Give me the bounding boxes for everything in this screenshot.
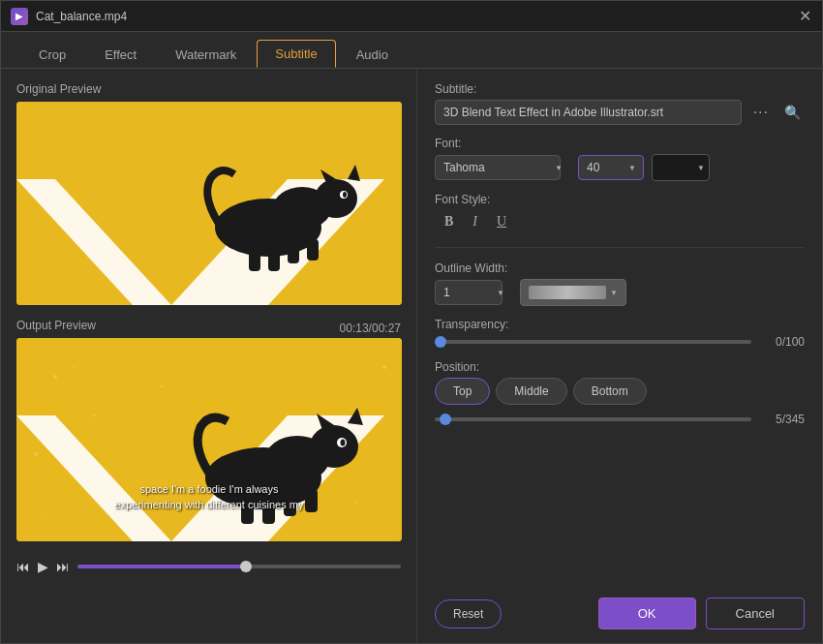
playback-bar: ⏮ ▶ ⏭: [16, 555, 401, 578]
app-icon: ▶: [11, 8, 28, 25]
original-label: Original Preview: [16, 82, 401, 96]
reset-button[interactable]: Reset: [435, 599, 502, 629]
more-options-button[interactable]: ···: [747, 102, 775, 123]
position-bottom-button[interactable]: Bottom: [573, 378, 647, 405]
position-middle-button[interactable]: Middle: [496, 378, 566, 405]
subtitle-overlay: space I'm a foodie I'm always experiment…: [16, 482, 402, 512]
left-panel: Original Preview: [1, 69, 417, 643]
tab-watermark[interactable]: Watermark: [157, 41, 255, 68]
position-slider-row: 5/345: [435, 413, 805, 426]
output-preview-box: space I'm a foodie I'm always experiment…: [16, 338, 402, 541]
close-button[interactable]: ✕: [797, 9, 812, 24]
position-section: Position: Top Middle Bottom 5/345: [435, 360, 805, 426]
svg-rect-12: [288, 242, 299, 263]
output-label: Output Preview: [16, 319, 96, 332]
original-preview-box: [16, 102, 402, 305]
outline-label: Outline Width:: [435, 261, 805, 275]
cancel-button[interactable]: Cancel: [706, 598, 805, 629]
transparency-value: 0/100: [761, 335, 805, 349]
transparency-slider[interactable]: [435, 340, 751, 344]
main-content: Original Preview: [1, 69, 822, 643]
size-select-wrapper: 40: [578, 155, 644, 180]
outline-select-wrapper: 1: [435, 280, 512, 305]
subtitle-file-row: ··· 🔍: [435, 100, 805, 125]
output-preview-section: Output Preview 00:13/00:27: [16, 319, 401, 541]
font-style-section: Font Style: B I U: [435, 193, 805, 233]
progress-thumb: [240, 561, 252, 572]
position-label: Position:: [435, 360, 805, 374]
italic-button[interactable]: I: [463, 210, 487, 233]
font-select-wrapper: Tahoma: [435, 155, 570, 180]
svg-rect-11: [268, 247, 280, 271]
play-button[interactable]: ▶: [38, 559, 48, 574]
outline-section: Outline Width: 1 ▼: [435, 261, 805, 306]
position-value: 5/345: [761, 413, 805, 426]
svg-point-16: [93, 414, 96, 417]
svg-point-22: [382, 365, 386, 369]
outline-color-picker[interactable]: ▼: [520, 279, 626, 306]
tab-effect[interactable]: Effect: [86, 41, 155, 68]
font-color-picker[interactable]: ▼: [652, 154, 710, 181]
bold-button[interactable]: B: [435, 210, 463, 233]
svg-point-29: [310, 425, 358, 468]
ok-button[interactable]: OK: [598, 598, 696, 629]
transparency-slider-row: 0/100: [435, 335, 805, 349]
svg-point-19: [74, 366, 76, 368]
right-panel: Subtitle: ··· 🔍 Font: Tahoma: [417, 69, 822, 643]
main-window: ▶ Cat_balance.mp4 ✕ Crop Effect Watermar…: [0, 0, 823, 644]
font-label: Font:: [435, 137, 805, 150]
transparency-label: Transparency:: [435, 318, 805, 331]
svg-point-17: [34, 452, 38, 456]
progress-track[interactable]: [77, 565, 401, 568]
svg-rect-10: [249, 247, 260, 271]
subtitle-section: Subtitle: ··· 🔍: [435, 82, 805, 125]
position-top-button[interactable]: Top: [435, 378, 490, 405]
size-select[interactable]: 40: [578, 155, 644, 180]
font-select[interactable]: Tahoma: [435, 155, 561, 180]
font-section: Font: Tahoma 40 ▼: [435, 137, 805, 181]
step-forward-button[interactable]: ⏭: [56, 559, 70, 574]
underline-button[interactable]: U: [487, 210, 516, 233]
title-bar: ▶ Cat_balance.mp4 ✕: [1, 1, 822, 32]
transparency-section: Transparency: 0/100: [435, 318, 805, 349]
subtitle-label: Subtitle:: [435, 82, 805, 96]
svg-point-15: [53, 375, 57, 379]
svg-point-5: [315, 179, 357, 218]
original-preview-section: Original Preview: [16, 82, 401, 305]
skip-back-button[interactable]: ⏮: [16, 559, 30, 574]
tab-subtitle[interactable]: Subtitle: [257, 40, 335, 68]
output-header: Output Preview 00:13/00:27: [16, 319, 401, 338]
font-row: Tahoma 40 ▼: [435, 154, 805, 181]
position-slider[interactable]: [435, 417, 751, 421]
outline-select[interactable]: 1: [435, 280, 503, 305]
tab-audio[interactable]: Audio: [338, 41, 407, 68]
bottom-row: Reset OK Cancel: [435, 590, 805, 629]
font-style-row: B I U: [435, 210, 805, 233]
svg-point-20: [161, 385, 164, 388]
divider: [435, 247, 805, 248]
svg-point-9: [343, 192, 347, 198]
position-buttons: Top Middle Bottom: [435, 378, 805, 405]
font-style-label: Font Style:: [435, 193, 805, 206]
tab-bar: Crop Effect Watermark Subtitle Audio: [1, 32, 822, 69]
action-buttons: OK Cancel: [598, 598, 805, 629]
window-title: Cat_balance.mp4: [36, 10, 127, 23]
timestamp: 00:13/00:27: [340, 322, 401, 335]
outline-row: 1 ▼: [435, 279, 805, 306]
subtitle-file-input[interactable]: [435, 100, 742, 125]
svg-point-33: [341, 440, 346, 446]
svg-rect-13: [307, 239, 319, 261]
original-preview-svg: [16, 102, 402, 305]
tab-crop[interactable]: Crop: [20, 41, 84, 68]
title-bar-left: ▶ Cat_balance.mp4: [11, 8, 127, 25]
color-swatch: [656, 160, 695, 175]
search-icon-button[interactable]: 🔍: [780, 101, 805, 124]
progress-fill: [77, 565, 246, 568]
